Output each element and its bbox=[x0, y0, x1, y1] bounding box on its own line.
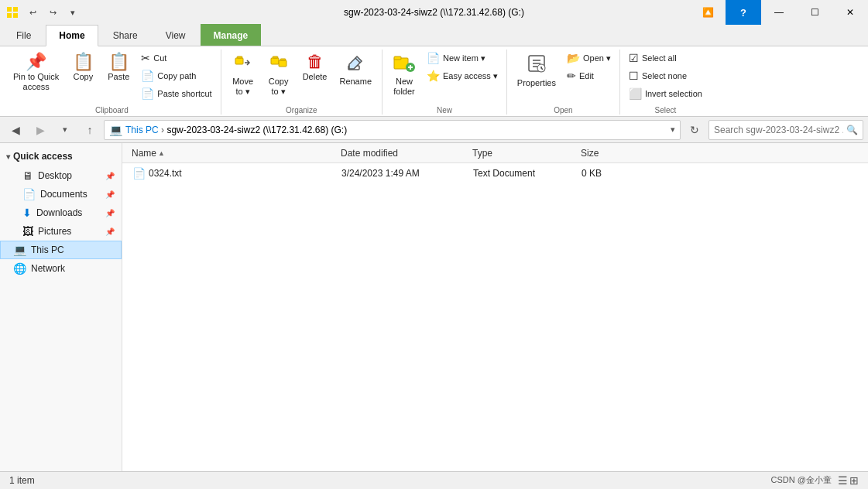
close-button[interactable]: ✕ bbox=[832, 0, 868, 25]
sidebar-item-desktop[interactable]: 🖥 Desktop 📌 bbox=[0, 166, 122, 185]
documents-label: Documents bbox=[40, 189, 101, 200]
search-icon[interactable]: 🔍 bbox=[846, 125, 858, 135]
pictures-icon: 🖼 bbox=[22, 225, 33, 238]
ribbon-group-new: Newfolder 📄 New item ▾ ⭐ Easy access ▾ N… bbox=[383, 50, 507, 115]
desktop-label: Desktop bbox=[38, 170, 101, 181]
details-view-icon[interactable]: ⊞ bbox=[849, 474, 859, 487]
new-item-icon: 📄 bbox=[427, 52, 440, 64]
svg-rect-8 bbox=[279, 60, 286, 67]
qat-undo-button[interactable]: ↩ bbox=[23, 3, 42, 22]
address-part-1[interactable]: This PC bbox=[125, 125, 159, 135]
address-bar[interactable]: 💻 This PC › sgw-2023-03-24-siwz2 (\\172.… bbox=[104, 120, 681, 140]
invert-selection-button[interactable]: ⬜ Invert selection bbox=[625, 85, 706, 102]
watermark: CSDN @金小童 bbox=[771, 474, 832, 486]
downloads-icon: ⬇ bbox=[22, 207, 32, 219]
sidebar-item-network[interactable]: 🌐 Network bbox=[0, 259, 122, 278]
new-item-button[interactable]: 📄 New item ▾ bbox=[423, 50, 502, 67]
maximize-button[interactable]: ☐ bbox=[797, 0, 832, 25]
sidebar: ▾ Quick access 🖥 Desktop 📌 📄 Documents 📌… bbox=[0, 143, 122, 471]
rename-button[interactable]: Rename bbox=[334, 50, 377, 89]
app-icon bbox=[6, 6, 19, 19]
sort-arrow: ▲ bbox=[158, 149, 165, 157]
rename-icon bbox=[346, 53, 365, 75]
tab-view[interactable]: View bbox=[153, 24, 199, 46]
cut-button[interactable]: ✂ Cut bbox=[137, 50, 215, 67]
easy-access-button[interactable]: ⭐ Easy access ▾ bbox=[423, 67, 502, 84]
sidebar-quickaccess-header[interactable]: ▾ Quick access bbox=[0, 146, 122, 166]
svg-rect-9 bbox=[280, 59, 286, 60]
title-bar-left: ↩ ↪ ▾ bbox=[6, 3, 82, 22]
tab-manage[interactable]: Manage bbox=[201, 24, 262, 46]
file-date-cell: 3/24/2023 1:49 AM bbox=[338, 168, 470, 179]
select-all-button[interactable]: ☑ Select all bbox=[625, 50, 706, 67]
help-button[interactable]: ? bbox=[726, 0, 761, 25]
new-folder-button[interactable]: Newfolder bbox=[387, 50, 421, 99]
sidebar-item-thispc[interactable]: 💻 This PC bbox=[0, 241, 122, 259]
select-small-buttons: ☑ Select all ☐ Select none ⬜ Invert sele… bbox=[625, 50, 706, 102]
qat-dropdown-button[interactable]: ▾ bbox=[63, 3, 82, 22]
pin-to-quick-button[interactable]: 📌 Pin to Quickaccess bbox=[8, 50, 64, 94]
copy-button[interactable]: 📋 Copy bbox=[66, 50, 100, 84]
select-none-button[interactable]: ☐ Select none bbox=[625, 67, 706, 84]
up-button[interactable]: ↑ bbox=[79, 119, 101, 141]
collapse-ribbon-button[interactable]: 🔼 bbox=[690, 0, 726, 25]
paste-button[interactable]: 📋 Paste bbox=[101, 50, 136, 84]
open-button[interactable]: 📂 Open ▾ bbox=[563, 50, 615, 67]
copy-to-button[interactable]: Copyto ▾ bbox=[262, 50, 296, 99]
move-to-button[interactable]: Moveto ▾ bbox=[226, 50, 260, 99]
minimize-button[interactable]: — bbox=[761, 0, 797, 25]
forward-button[interactable]: ▶ bbox=[29, 119, 51, 141]
tab-home[interactable]: Home bbox=[46, 25, 98, 46]
delete-button[interactable]: 🗑 Delete bbox=[297, 50, 333, 84]
pictures-label: Pictures bbox=[38, 226, 101, 237]
file-type-cell: Text Document bbox=[470, 168, 578, 179]
copy-path-button[interactable]: 📄 Copy path bbox=[137, 67, 215, 84]
file-icon: 📄 bbox=[132, 167, 146, 180]
ribbon-group-select: ☑ Select all ☐ Select none ⬜ Invert sele… bbox=[620, 50, 711, 115]
copy-icon: 📋 bbox=[73, 53, 94, 70]
paste-icon: 📋 bbox=[108, 53, 129, 70]
new-buttons: Newfolder 📄 New item ▾ ⭐ Easy access ▾ bbox=[387, 50, 502, 102]
list-view-icon[interactable]: ☰ bbox=[838, 474, 848, 487]
address-text: This PC › sgw-2023-03-24-siwz2 (\\172.31… bbox=[125, 125, 667, 135]
tab-file[interactable]: File bbox=[3, 24, 44, 46]
search-input[interactable] bbox=[714, 125, 843, 135]
ribbon-tab-bar: File Home Share View Manage bbox=[0, 25, 868, 46]
paste-shortcut-button[interactable]: 📄 Paste shortcut bbox=[137, 85, 215, 102]
file-row-0324[interactable]: 📄 0324.txt 3/24/2023 1:49 AM Text Docume… bbox=[122, 163, 868, 183]
edit-button[interactable]: ✏ Edit bbox=[563, 67, 615, 84]
organize-buttons: Moveto ▾ Copyto ▾ 🗑 Delete bbox=[226, 50, 377, 102]
properties-icon bbox=[527, 53, 547, 77]
col-header-type[interactable]: Type bbox=[469, 148, 578, 159]
pin-icon-pic: 📌 bbox=[105, 227, 115, 236]
qat-redo-button[interactable]: ↪ bbox=[43, 3, 62, 22]
col-header-date[interactable]: Date modified bbox=[338, 148, 469, 159]
tab-share[interactable]: Share bbox=[100, 24, 151, 46]
file-name-cell: 📄 0324.txt bbox=[129, 167, 338, 180]
properties-button[interactable]: Properties bbox=[512, 50, 561, 91]
downloads-label: Downloads bbox=[36, 207, 101, 218]
sidebar-item-pictures[interactable]: 🖼 Pictures 📌 bbox=[0, 222, 122, 241]
refresh-button[interactable]: ↻ bbox=[684, 119, 705, 141]
svg-rect-5 bbox=[237, 56, 242, 58]
address-part-2: sgw-2023-03-24-siwz2 (\\172.31.42.68) (G… bbox=[166, 125, 347, 135]
col-header-name[interactable]: Name ▲ bbox=[129, 148, 338, 159]
view-icons: ☰ ⊞ bbox=[838, 474, 859, 487]
thispc-label: This PC bbox=[31, 244, 115, 255]
main-layout: ▾ Quick access 🖥 Desktop 📌 📄 Documents 📌… bbox=[0, 143, 868, 471]
address-dropdown-icon[interactable]: ▾ bbox=[671, 125, 675, 135]
clipboard-small-buttons: ✂ Cut 📄 Copy path 📄 Paste shortcut bbox=[137, 50, 215, 102]
sidebar-item-downloads[interactable]: ⬇ Downloads 📌 bbox=[0, 203, 122, 222]
clipboard-label: Clipboard bbox=[8, 104, 216, 115]
search-bar[interactable]: 🔍 bbox=[708, 120, 863, 140]
title-bar: ↩ ↪ ▾ sgw-2023-03-24-siwz2 (\\172.31.42.… bbox=[0, 0, 868, 25]
paste-shortcut-icon: 📄 bbox=[141, 87, 154, 100]
back-button[interactable]: ◀ bbox=[5, 119, 26, 141]
svg-rect-6 bbox=[271, 58, 279, 64]
pin-icon: 📌 bbox=[105, 172, 115, 180]
network-icon: 🌐 bbox=[13, 262, 26, 275]
sidebar-item-documents[interactable]: 📄 Documents 📌 bbox=[0, 185, 122, 203]
col-header-size[interactable]: Size bbox=[578, 148, 640, 159]
recent-button[interactable]: ▾ bbox=[54, 119, 76, 141]
pin-icon-docs: 📌 bbox=[105, 190, 115, 199]
